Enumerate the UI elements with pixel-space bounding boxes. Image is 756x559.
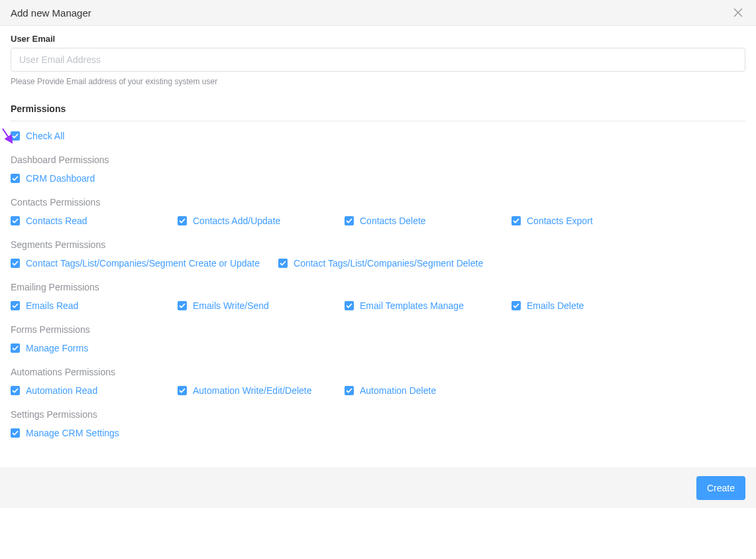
email-helper: Please Provide Email address of your exi… xyxy=(11,77,745,86)
check-all-row[interactable]: Check All xyxy=(11,131,745,141)
perm-label: Automation Delete xyxy=(360,385,436,396)
perm-label: Email Templates Manage xyxy=(360,300,464,311)
checkbox-checked-icon[interactable] xyxy=(512,216,521,225)
group-title-emailing: Emailing Permissions xyxy=(11,282,745,292)
modal-footer: Create xyxy=(0,467,756,508)
perm-automation-delete[interactable]: Automation Delete xyxy=(345,385,512,396)
checkbox-checked-icon[interactable] xyxy=(345,301,354,310)
email-input[interactable] xyxy=(11,48,745,72)
group-items-segments: Contact Tags/List/Companies/Segment Crea… xyxy=(11,258,745,269)
close-icon xyxy=(733,9,743,19)
checkbox-checked-icon[interactable] xyxy=(11,301,20,310)
perm-manage-forms[interactable]: Manage Forms xyxy=(11,343,178,353)
group-items-automations: Automation Read Automation Write/Edit/De… xyxy=(11,385,745,396)
create-button[interactable]: Create xyxy=(696,476,745,500)
checkbox-checked-icon[interactable] xyxy=(178,301,187,310)
checkbox-checked-icon[interactable] xyxy=(11,216,20,225)
group-title-segments: Segments Permissions xyxy=(11,239,745,250)
group-title-contacts: Contacts Permissions xyxy=(11,197,745,208)
perm-label: Automation Read xyxy=(26,385,97,396)
group-items-contacts: Contacts Read Contacts Add/Update Contac… xyxy=(11,216,745,226)
checkbox-checked-icon[interactable] xyxy=(512,301,521,310)
perm-contacts-add-update[interactable]: Contacts Add/Update xyxy=(178,216,345,226)
group-items-settings: Manage CRM Settings xyxy=(11,428,745,438)
modal-body: User Email Please Provide Email address … xyxy=(0,26,756,467)
create-label: Create xyxy=(707,483,735,493)
checkbox-checked-icon[interactable] xyxy=(178,216,187,225)
perm-label: Emails Delete xyxy=(527,300,584,311)
perm-contacts-export[interactable]: Contacts Export xyxy=(512,216,678,226)
group-items-emailing: Emails Read Emails Write/Send Email Temp… xyxy=(11,300,745,311)
modal-header: Add new Manager xyxy=(0,0,756,26)
email-label: User Email xyxy=(11,34,745,44)
checkbox-checked-icon[interactable] xyxy=(11,131,20,141)
perm-label: Emails Read xyxy=(26,300,78,311)
perm-emails-write-send[interactable]: Emails Write/Send xyxy=(178,300,345,311)
close-button[interactable] xyxy=(731,5,745,20)
perm-label: Contact Tags/List/Companies/Segment Dele… xyxy=(294,258,483,269)
group-title-automations: Automations Permissions xyxy=(11,367,745,377)
perm-label: Contact Tags/List/Companies/Segment Crea… xyxy=(26,258,260,269)
perm-label: CRM Dashboard xyxy=(26,173,95,184)
perm-label: Contacts Read xyxy=(26,216,87,226)
checkbox-checked-icon[interactable] xyxy=(278,259,288,268)
checkbox-checked-icon[interactable] xyxy=(345,216,354,225)
permissions-heading: Permissions xyxy=(11,103,745,121)
perm-email-templates-manage[interactable]: Email Templates Manage xyxy=(345,300,512,311)
perm-crm-dashboard[interactable]: CRM Dashboard xyxy=(11,173,178,184)
add-manager-modal: Add new Manager User Email Please Provid… xyxy=(0,0,756,508)
perm-emails-delete[interactable]: Emails Delete xyxy=(512,300,678,311)
group-items-forms: Manage Forms xyxy=(11,343,745,353)
perm-label: Contacts Export xyxy=(527,216,593,226)
perm-label: Contacts Add/Update xyxy=(193,216,280,226)
perm-contacts-read[interactable]: Contacts Read xyxy=(11,216,178,226)
group-title-settings: Settings Permissions xyxy=(11,409,745,420)
perm-segment-delete[interactable]: Contact Tags/List/Companies/Segment Dele… xyxy=(278,258,483,269)
perm-automation-write-edit-delete[interactable]: Automation Write/Edit/Delete xyxy=(178,385,345,396)
perm-label: Contacts Delete xyxy=(360,216,426,226)
perm-label: Automation Write/Edit/Delete xyxy=(193,385,312,396)
perm-manage-crm-settings[interactable]: Manage CRM Settings xyxy=(11,428,178,438)
perm-label: Manage Forms xyxy=(26,343,88,353)
perm-label: Manage CRM Settings xyxy=(26,428,119,438)
perm-label: Emails Write/Send xyxy=(193,300,269,311)
checkbox-checked-icon[interactable] xyxy=(11,343,20,353)
group-title-forms: Forms Permissions xyxy=(11,324,745,335)
checkbox-checked-icon[interactable] xyxy=(11,174,20,183)
group-items-dashboard: CRM Dashboard xyxy=(11,173,745,184)
perm-emails-read[interactable]: Emails Read xyxy=(11,300,178,311)
group-title-dashboard: Dashboard Permissions xyxy=(11,155,745,165)
checkbox-checked-icon[interactable] xyxy=(11,259,20,268)
check-all-label: Check All xyxy=(26,131,64,141)
perm-segment-create-update[interactable]: Contact Tags/List/Companies/Segment Crea… xyxy=(11,258,260,269)
checkbox-checked-icon[interactable] xyxy=(178,386,187,395)
perm-contacts-delete[interactable]: Contacts Delete xyxy=(345,216,512,226)
checkbox-checked-icon[interactable] xyxy=(11,428,20,438)
checkbox-checked-icon[interactable] xyxy=(345,386,354,395)
modal-title: Add new Manager xyxy=(11,7,91,19)
perm-automation-read[interactable]: Automation Read xyxy=(11,385,178,396)
checkbox-checked-icon[interactable] xyxy=(11,386,20,395)
